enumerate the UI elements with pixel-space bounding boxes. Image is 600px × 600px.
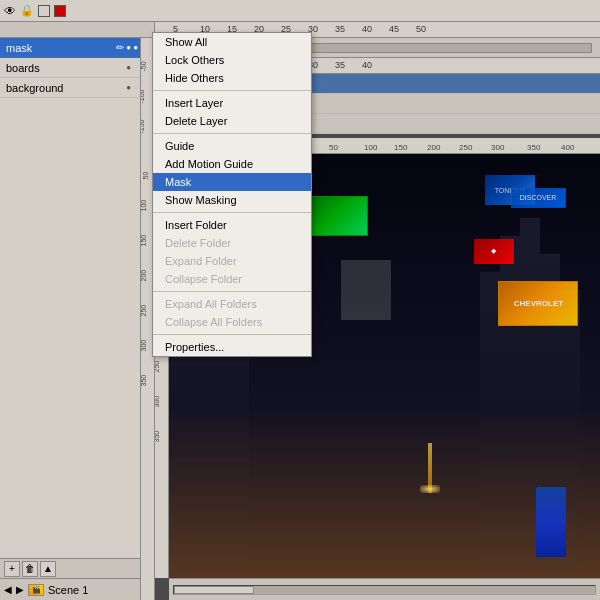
menu-item-add-motion-guide[interactable]: Add Motion Guide xyxy=(153,155,311,173)
layer-name-mask: mask xyxy=(4,42,116,54)
menu-item-hide-others[interactable]: Hide Others xyxy=(153,69,311,87)
dot1-background: ● xyxy=(126,83,131,92)
dot2-boards: ● xyxy=(133,63,138,72)
menu-separator-1 xyxy=(153,90,311,91)
ruler-mark-45: 45 xyxy=(389,24,399,34)
scroll-track[interactable] xyxy=(173,585,596,595)
dot2-mask: ● xyxy=(133,43,138,52)
menu-item-mask[interactable]: Mask xyxy=(153,173,311,191)
dot1-boards: ● xyxy=(126,63,131,72)
frame-40: 40 xyxy=(362,60,372,70)
menu-separator-4 xyxy=(153,291,311,292)
lock-icon[interactable]: 🔒 xyxy=(20,4,34,17)
playhead-scrubber[interactable] xyxy=(290,43,592,53)
layer-name-boards: boards xyxy=(4,62,126,74)
pencil-icon-mask: ✏ xyxy=(116,42,124,53)
menu-item-delete-layer[interactable]: Delete Layer xyxy=(153,112,311,130)
menu-item-show-all[interactable]: Show All xyxy=(153,33,311,51)
square-icon[interactable] xyxy=(38,5,50,17)
menu-item-delete-folder[interactable]: Delete Folder xyxy=(153,234,311,252)
top-toolbar: 👁 🔒 xyxy=(0,0,600,22)
layers-empty-space xyxy=(0,98,154,558)
scroll-thumb[interactable] xyxy=(174,586,254,594)
context-menu: Show All Lock Others Hide Others Insert … xyxy=(152,32,312,357)
layer-actions-bar: + 🗑 ▲ xyxy=(0,558,154,578)
ruler-mark-35: 35 xyxy=(335,24,345,34)
ruler-mark-40: 40 xyxy=(362,24,372,34)
bottom-scrollbar[interactable] xyxy=(169,578,600,600)
menu-item-lock-others[interactable]: Lock Others xyxy=(153,51,311,69)
ruler-corner xyxy=(0,22,155,37)
menu-item-guide[interactable]: Guide xyxy=(153,137,311,155)
scene-icon: 🎬 xyxy=(28,584,44,596)
delete-layer-button[interactable]: 🗑 xyxy=(22,561,38,577)
menu-item-expand-all[interactable]: Expand All Folders xyxy=(153,295,311,313)
menu-item-insert-layer[interactable]: Insert Layer xyxy=(153,94,311,112)
eye-icon[interactable]: 👁 xyxy=(4,4,16,18)
menu-item-collapse-all[interactable]: Collapse All Folders xyxy=(153,313,311,331)
layer-name-background: background xyxy=(4,82,126,94)
frame-35: 35 xyxy=(335,60,345,70)
add-layer-button[interactable]: + xyxy=(4,561,20,577)
dot1-mask: ● xyxy=(126,43,131,52)
menu-separator-3 xyxy=(153,212,311,213)
left-arrow[interactable]: ◀ xyxy=(4,584,12,595)
menu-separator-2 xyxy=(153,133,311,134)
dot2-background: ● xyxy=(133,83,138,92)
menu-item-expand-folder[interactable]: Expand Folder xyxy=(153,252,311,270)
menu-separator-5 xyxy=(153,334,311,335)
layers-panel: mask ✏ ● ● boards ● ● background ● ● + 🗑… xyxy=(0,38,155,600)
move-up-button[interactable]: ▲ xyxy=(40,561,56,577)
scene-bar: ◀ ▶ 🎬 Scene 1 xyxy=(0,578,154,600)
red-square-icon[interactable] xyxy=(54,5,66,17)
layer-row-background[interactable]: background ● ● xyxy=(0,78,154,98)
layer-row-mask[interactable]: mask ✏ ● ● xyxy=(0,38,154,58)
layer-row-boards[interactable]: boards ● ● xyxy=(0,58,154,78)
scene-label: Scene 1 xyxy=(48,584,88,596)
ruler-mark-50: 50 xyxy=(416,24,426,34)
menu-item-properties[interactable]: Properties... xyxy=(153,338,311,356)
menu-item-show-masking[interactable]: Show Masking xyxy=(153,191,311,209)
menu-item-insert-folder[interactable]: Insert Folder xyxy=(153,216,311,234)
menu-item-collapse-folder[interactable]: Collapse Folder xyxy=(153,270,311,288)
right-arrow[interactable]: ▶ xyxy=(16,584,24,595)
